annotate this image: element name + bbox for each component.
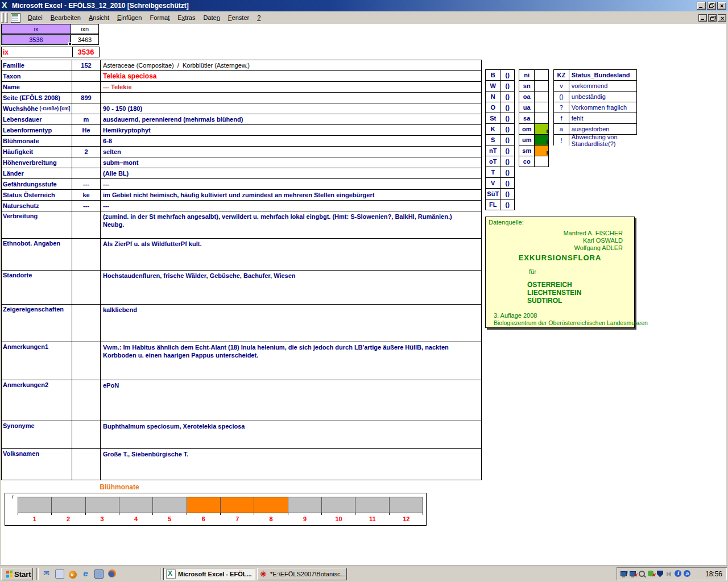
row-code-cell[interactable]: He <box>72 125 101 136</box>
row-label-cell[interactable]: Familie <box>2 60 72 71</box>
row-code-cell[interactable] <box>72 271 101 305</box>
row-value-cell[interactable]: Große T., Siebenbürgische T. <box>101 449 482 480</box>
zone-code-cell[interactable]: om <box>519 124 535 135</box>
bundesland-code-cell[interactable]: W <box>486 81 500 92</box>
row-code-cell[interactable] <box>72 157 101 168</box>
zone-code-cell[interactable]: um <box>519 135 535 146</box>
chart-bar-month-4[interactable] <box>119 497 153 513</box>
zone-status-cell[interactable] <box>535 92 549 102</box>
cell-ix-value-selected[interactable]: 3536 <box>1 34 71 45</box>
row-value-cell[interactable]: kalkliebend <box>101 305 482 342</box>
row-label-cell[interactable]: Status Österreich <box>2 190 72 201</box>
close-button[interactable]: × <box>717 2 726 10</box>
show-desktop-icon[interactable] <box>94 569 104 579</box>
kz-label-cell[interactable]: unbeständig <box>569 92 637 102</box>
row-value-cell[interactable]: selten <box>101 147 482 157</box>
row-code-cell[interactable]: 899 <box>72 93 101 103</box>
toolbar-grip[interactable] <box>1 13 4 23</box>
cell-ixn-header[interactable]: ixn <box>71 24 99 34</box>
selection-fill-handle[interactable] <box>68 42 72 45</box>
chart-bar-month-9[interactable] <box>288 497 322 513</box>
chart-bar-month-2[interactable] <box>52 497 85 513</box>
row-label-cell[interactable]: Blühmonate <box>2 136 72 147</box>
internet-explorer-icon[interactable]: e <box>81 569 90 579</box>
bundesland-status-cell[interactable]: () <box>500 167 515 178</box>
row-code-cell[interactable]: 152 <box>72 60 101 71</box>
network-offline-icon[interactable]: ✕ <box>629 570 637 578</box>
row-label-cell[interactable]: Anmerkungen2 <box>2 380 72 421</box>
row-label-cell[interactable]: Wuchshöhe (-Größe) [cm] <box>2 103 72 114</box>
bundesland-code-cell[interactable]: S <box>486 135 500 146</box>
row-value-cell[interactable]: Als ZierPf u. als WildfutterPf kult. <box>101 239 482 271</box>
zone-code-cell[interactable]: sn <box>519 81 535 92</box>
row-label-cell[interactable]: Name <box>2 82 72 93</box>
start-button[interactable]: Start <box>1 568 33 580</box>
bundesland-code-cell[interactable]: K <box>486 124 500 135</box>
ref-value-cell[interactable]: 3536 <box>73 47 99 57</box>
chart-bar-month-10[interactable] <box>322 497 355 513</box>
chart-bar-month-8[interactable] <box>254 497 288 513</box>
worksheet[interactable]: ix ixn 3536 3463 ix 3536 Familie152Aster… <box>0 24 728 566</box>
bundesland-code-cell[interactable]: O <box>486 102 500 113</box>
row-label-cell[interactable]: Verbreitung <box>2 211 72 239</box>
volume-icon[interactable] <box>665 570 673 578</box>
toolbar-grip2[interactable] <box>5 13 8 23</box>
bundesland-status-cell[interactable]: () <box>500 189 515 199</box>
kz-header-code[interactable]: KZ <box>554 70 569 81</box>
row-code-cell[interactable] <box>72 168 101 179</box>
kz-code-cell[interactable]: v <box>554 81 569 92</box>
row-label-cell[interactable]: Lebenformentyp <box>2 125 72 136</box>
bundesland-code-cell[interactable]: B <box>486 70 500 81</box>
bundesland-status-cell[interactable]: () <box>500 178 515 189</box>
kz-label-cell[interactable]: Abweichung von Standardliste(?) <box>569 135 637 146</box>
zone-code-cell[interactable]: sa <box>519 113 535 124</box>
zone-code-cell[interactable]: ni <box>519 70 535 81</box>
row-value-cell[interactable]: 90 - 150 (180) <box>101 103 482 114</box>
row-code-cell[interactable] <box>72 71 101 82</box>
sheet-close-button[interactable]: × <box>718 14 726 22</box>
row-label-cell[interactable]: Naturschutz <box>2 201 72 211</box>
chart-bar-month-1[interactable] <box>18 497 52 513</box>
zone-status-cell[interactable] <box>535 102 549 113</box>
row-label-cell[interactable]: Synonyme <box>2 421 72 449</box>
bundesland-code-cell[interactable]: N <box>486 92 500 102</box>
row-code-cell[interactable]: --- <box>72 201 101 211</box>
zone-code-cell[interactable]: ua <box>519 102 535 113</box>
network-activity-icon[interactable]: ) <box>620 570 628 578</box>
kz-code-cell[interactable]: a <box>554 124 569 135</box>
media-player-icon[interactable]: ▸ <box>68 569 77 579</box>
row-label-cell[interactable]: Höhenverbreitung <box>2 157 72 168</box>
row-value-cell[interactable]: Asteraceae (Compositae) / Korbblütler (A… <box>101 60 482 71</box>
row-label-cell[interactable]: Häufigkeit <box>2 147 72 157</box>
bundesland-code-cell[interactable]: SüT <box>486 189 500 199</box>
row-value-cell[interactable]: subm–mont <box>101 157 482 168</box>
kz-code-cell[interactable]: f <box>554 113 569 124</box>
row-code-cell[interactable] <box>72 82 101 93</box>
menu-item-bearbeiten[interactable]: Bearbeiten <box>47 13 85 23</box>
row-label-cell[interactable]: Taxon <box>2 71 72 82</box>
menu-item-hilfe[interactable]: ? <box>253 13 264 23</box>
zone-status-cell[interactable] <box>535 124 549 135</box>
kz-code-cell[interactable]: ! <box>554 135 569 146</box>
row-value-cell[interactable]: Vwm.: Im Habitus ähnlich dem Echt-Alant … <box>101 342 482 380</box>
menu-item-fenster[interactable]: Fenster <box>224 13 253 23</box>
row-code-cell[interactable]: 2 <box>72 147 101 157</box>
security-alert-icon[interactable]: ✕ <box>647 570 655 578</box>
menu-item-extras[interactable]: Extras <box>173 13 199 23</box>
row-code-cell[interactable] <box>72 305 101 342</box>
row-code-cell[interactable] <box>72 449 101 480</box>
row-value-cell[interactable]: Telekia speciosa <box>101 71 482 82</box>
minimize-button[interactable] <box>697 2 706 10</box>
bundesland-status-cell[interactable]: () <box>500 113 515 124</box>
sheet-restore-button[interactable] <box>708 14 717 22</box>
kz-code-cell[interactable]: ? <box>554 102 569 113</box>
chart-bar-month-12[interactable] <box>390 497 423 513</box>
menu-item-daten[interactable]: Daten <box>199 13 224 23</box>
zone-status-cell[interactable] <box>535 81 549 92</box>
bundesland-status-cell[interactable]: () <box>500 81 515 92</box>
menu-item-datei[interactable]: Datei <box>24 13 47 23</box>
row-code-cell[interactable] <box>72 103 101 114</box>
row-label-cell[interactable]: Anmerkungen1 <box>2 342 72 380</box>
row-code-cell[interactable] <box>72 380 101 421</box>
row-code-cell[interactable] <box>72 421 101 449</box>
